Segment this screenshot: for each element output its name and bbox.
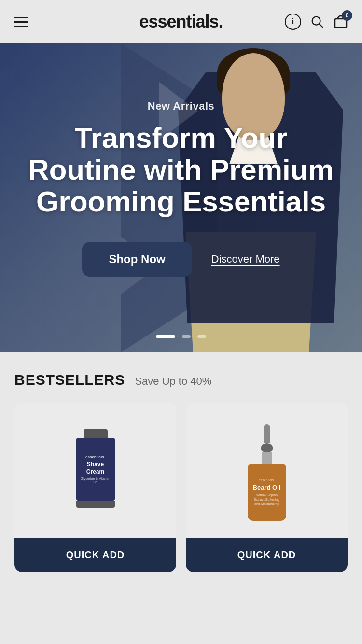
hero-subtitle: New Arrivals: [148, 100, 214, 112]
bottle-desc: Natural Jojoba Extract Softening and Moi…: [251, 493, 282, 506]
carousel-dot-3[interactable]: [197, 335, 206, 338]
dropper-bulb: [261, 443, 273, 452]
hero-section: New Arrivals Transform Your Routine with…: [0, 43, 362, 352]
carousel-dot-1[interactable]: [156, 335, 175, 338]
header-center: essentials.: [139, 12, 223, 32]
hero-title: Transform Your Routine with Premium Groo…: [19, 122, 343, 218]
info-icon: i: [285, 14, 301, 30]
search-button[interactable]: [310, 14, 324, 29]
tube-desc: Glycerine & Vitamin B5: [79, 477, 112, 484]
carousel-dots: [156, 335, 206, 338]
carousel-dot-2[interactable]: [182, 335, 191, 338]
bestsellers-section: BESTSELLERS Save Up to 40% essentials. S…: [0, 352, 362, 596]
shop-now-button[interactable]: Shop Now: [82, 242, 192, 277]
header: essentials. i 0: [0, 0, 362, 43]
bottle-product-name: Beard Oil: [253, 484, 281, 491]
product-card-beard-oil: essentials. Beard Oil Natural Jojoba Ext…: [186, 403, 348, 572]
bottle-neck: [262, 452, 272, 464]
dropper-top: [264, 424, 270, 443]
svg-point-0: [312, 17, 320, 25]
tube-product-name: Shave Cream: [79, 461, 112, 475]
bottle-body: essentials. Beard Oil Natural Jojoba Ext…: [248, 464, 286, 521]
discover-more-button[interactable]: Discover More: [211, 253, 280, 266]
tube-bottom: [76, 501, 115, 508]
tube-cap: [84, 429, 108, 438]
bestsellers-header: BESTSELLERS Save Up to 40%: [14, 372, 348, 388]
tube-brand: essentials.: [85, 455, 105, 459]
product-image-shave-cream: essentials. Shave Cream Glycerine & Vita…: [14, 403, 176, 538]
header-right: i 0: [285, 14, 348, 30]
quick-add-beard-oil[interactable]: QUICK ADD: [186, 538, 348, 572]
beard-oil-illustration: essentials. Beard Oil Natural Jojoba Ext…: [245, 424, 289, 521]
info-button[interactable]: i: [285, 14, 301, 30]
menu-button[interactable]: [14, 17, 28, 27]
products-grid: essentials. Shave Cream Glycerine & Vita…: [14, 403, 348, 572]
search-icon: [310, 14, 324, 29]
bestsellers-title: BESTSELLERS: [14, 372, 125, 388]
svg-line-1: [320, 24, 323, 28]
bottle-brand: essentials.: [259, 478, 275, 482]
hero-content: New Arrivals Transform Your Routine with…: [0, 43, 362, 352]
logo: essentials.: [139, 12, 223, 31]
cart-badge: 0: [342, 10, 352, 21]
bestsellers-subtitle: Save Up to 40%: [135, 375, 211, 388]
header-left: [14, 17, 28, 27]
product-image-beard-oil: essentials. Beard Oil Natural Jojoba Ext…: [186, 403, 348, 538]
quick-add-shave-cream[interactable]: QUICK ADD: [14, 538, 176, 572]
product-card-shave-cream: essentials. Shave Cream Glycerine & Vita…: [14, 403, 176, 572]
tube-body: essentials. Shave Cream Glycerine & Vita…: [76, 438, 115, 501]
shave-cream-illustration: essentials. Shave Cream Glycerine & Vita…: [74, 429, 117, 516]
hero-buttons: Shop Now Discover More: [82, 242, 279, 277]
cart-button[interactable]: 0: [333, 14, 348, 29]
